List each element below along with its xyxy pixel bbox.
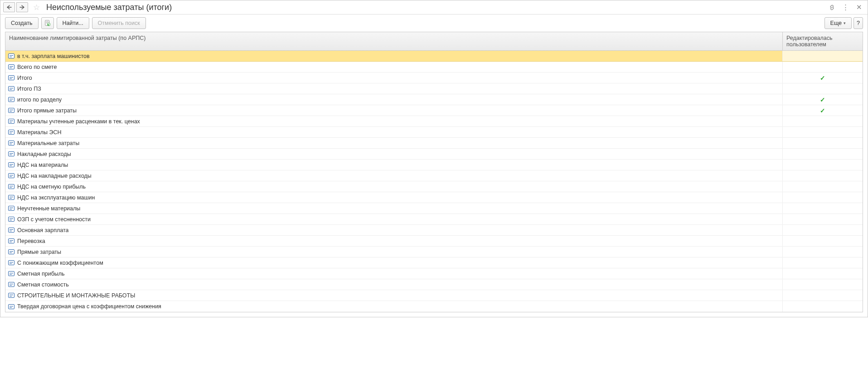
row-label: Сметная стоимость (17, 282, 69, 288)
item-icon (8, 271, 15, 276)
table-row[interactable]: Твердая договорная цена с коэффициентом … (5, 301, 863, 312)
item-icon (8, 97, 15, 102)
cell-name: Прямые затраты (5, 247, 783, 257)
table-row[interactable]: Материальные затраты (5, 138, 863, 149)
table-row[interactable]: НДС на накладные расходы (5, 170, 863, 181)
table-row[interactable]: СТРОИТЕЛЬНЫЕ И МОНТАЖНЫЕ РАБОТЫ (5, 290, 863, 301)
cell-edited: ✓ (783, 105, 863, 116)
cell-name: Сметная стоимость (5, 279, 783, 290)
cell-name: Материальные затраты (5, 138, 783, 148)
cell-name: Материалы ЭСН (5, 127, 783, 137)
cell-name: Перевозка (5, 236, 783, 246)
cell-name: Итого ПЗ (5, 83, 783, 94)
cell-name: Накладные расходы (5, 149, 783, 159)
toolbar-right: Еще ▾ ? (824, 17, 863, 29)
cell-edited (783, 62, 863, 72)
table-row[interactable]: НДС на сметную прибыль (5, 181, 863, 192)
table-row[interactable]: Всего по смете (5, 62, 863, 73)
table-row[interactable]: Итого✓ (5, 73, 863, 83)
forward-button[interactable] (16, 2, 28, 12)
cell-name: Основная зарплата (5, 225, 783, 235)
close-icon[interactable]: ✕ (855, 3, 863, 11)
cell-name: НДС на сметную прибыль (5, 181, 783, 192)
row-label: Материалы учтенные расценками в тек. цен… (17, 118, 140, 125)
kebab-menu-icon[interactable]: ⋮ (841, 3, 849, 11)
help-button[interactable]: ? (853, 17, 863, 29)
cell-name: Всего по смете (5, 62, 783, 72)
table-row[interactable]: Перевозка (5, 236, 863, 247)
table-row[interactable]: Основная зарплата (5, 225, 863, 236)
cell-edited (783, 116, 863, 126)
more-button[interactable]: Еще ▾ (824, 17, 852, 29)
chevron-down-icon: ▾ (844, 21, 846, 25)
cell-edited (783, 279, 863, 290)
cell-edited (783, 290, 863, 301)
row-label: итого по разделу (17, 97, 62, 103)
table-row[interactable]: Сметная прибыль (5, 268, 863, 279)
column-header-name[interactable]: Наименование лимитированной затраты (по … (5, 32, 783, 50)
create-button[interactable]: Создать (5, 17, 39, 29)
cell-name: ОЗП с учетом стесненности (5, 214, 783, 224)
item-icon (8, 304, 15, 309)
row-label: Итого ПЗ (17, 86, 41, 92)
item-icon (8, 130, 15, 135)
column-header-edited[interactable]: Редактировалась пользователем (783, 32, 863, 50)
row-label: НДС на сметную прибыль (17, 184, 86, 190)
cell-edited (783, 149, 863, 159)
table-row[interactable]: Неучтенные материалы (5, 203, 863, 214)
row-label: ОЗП с учетом стесненности (17, 216, 91, 223)
cell-edited (783, 301, 863, 312)
table-row[interactable]: итого по разделу✓ (5, 94, 863, 105)
favorite-icon[interactable]: ☆ (32, 3, 41, 12)
table-row[interactable]: НДС на материалы (5, 160, 863, 170)
cell-edited (783, 203, 863, 214)
table: Наименование лимитированной затраты (по … (5, 32, 863, 312)
table-row[interactable]: Материалы ЭСН (5, 127, 863, 138)
table-row[interactable]: С понижающим коэффициентом (5, 257, 863, 268)
table-row[interactable]: НДС на эксплуатацию машин (5, 192, 863, 203)
table-row[interactable]: Итого ПЗ (5, 83, 863, 94)
item-icon (8, 282, 15, 287)
item-icon (8, 75, 15, 80)
cell-name: Сметная прибыль (5, 268, 783, 279)
table-row[interactable]: Итого прямые затраты✓ (5, 105, 863, 116)
table-row[interactable]: Сметная стоимость (5, 279, 863, 290)
row-label: Всего по смете (17, 64, 57, 70)
page-title: Неиспользуемые затраты (итоги) (44, 3, 826, 12)
cell-name: Твердая договорная цена с коэффициентом … (5, 301, 783, 312)
table-row[interactable]: Прямые затраты (5, 247, 863, 257)
title-bar: ☆ Неиспользуемые затраты (итоги) ⋮ ✕ (0, 0, 868, 15)
table-row[interactable]: ОЗП с учетом стесненности (5, 214, 863, 225)
window: ☆ Неиспользуемые затраты (итоги) ⋮ ✕ Соз… (0, 0, 868, 317)
cell-edited (783, 192, 863, 203)
row-label: С понижающим коэффициентом (17, 260, 103, 266)
cell-edited (783, 160, 863, 170)
item-icon (8, 228, 15, 233)
cell-edited (783, 181, 863, 192)
table-row[interactable]: в т.ч. зарплата машинистов (5, 51, 863, 62)
table-header: Наименование лимитированной затраты (по … (5, 32, 863, 51)
item-icon (8, 53, 15, 58)
cell-edited (783, 268, 863, 279)
row-label: Итого прямые затраты (17, 107, 77, 114)
link-icon[interactable] (828, 3, 836, 11)
cell-edited (783, 247, 863, 257)
item-icon (8, 184, 15, 189)
row-label: Неучтенные материалы (17, 205, 80, 212)
item-icon (8, 108, 15, 113)
cell-name: С понижающим коэффициентом (5, 257, 783, 268)
refresh-button[interactable] (41, 17, 54, 29)
back-button[interactable] (3, 2, 15, 12)
title-right: ⋮ ✕ (828, 3, 865, 11)
cell-name: Материалы учтенные расценками в тек. цен… (5, 116, 783, 126)
check-icon: ✓ (820, 74, 825, 82)
item-icon (8, 119, 15, 124)
cell-name: СТРОИТЕЛЬНЫЕ И МОНТАЖНЫЕ РАБОТЫ (5, 290, 783, 301)
cancel-search-button[interactable]: Отменить поиск (92, 17, 146, 29)
item-icon (8, 217, 15, 222)
cell-name: Итого (5, 73, 783, 83)
find-button[interactable]: Найти... (57, 17, 89, 29)
item-icon (8, 238, 15, 243)
table-row[interactable]: Накладные расходы (5, 149, 863, 160)
table-row[interactable]: Материалы учтенные расценками в тек. цен… (5, 116, 863, 127)
